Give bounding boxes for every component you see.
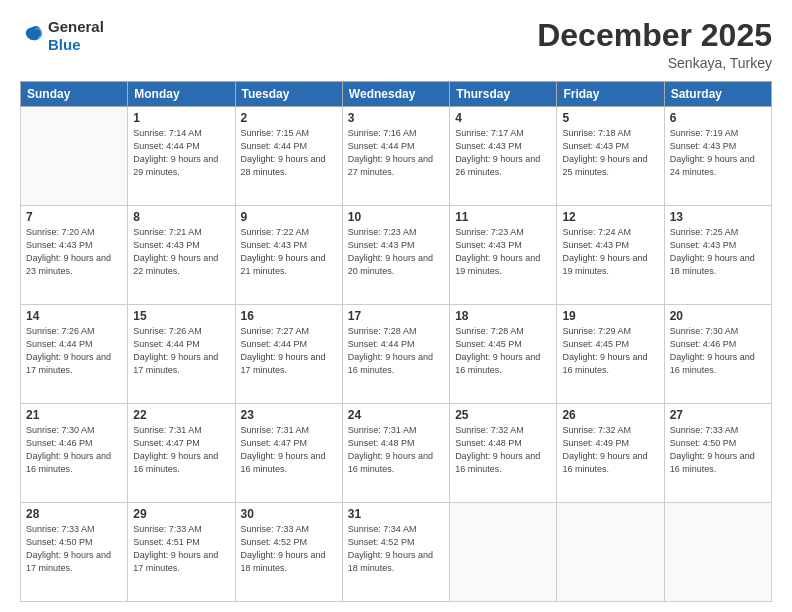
calendar-day-cell: 20Sunrise: 7:30 AMSunset: 4:46 PMDayligh… bbox=[664, 305, 771, 404]
calendar-week-row: 14Sunrise: 7:26 AMSunset: 4:44 PMDayligh… bbox=[21, 305, 772, 404]
calendar-day-cell: 23Sunrise: 7:31 AMSunset: 4:47 PMDayligh… bbox=[235, 404, 342, 503]
day-info: Sunrise: 7:31 AMSunset: 4:48 PMDaylight:… bbox=[348, 424, 444, 476]
day-number: 1 bbox=[133, 111, 229, 125]
day-info: Sunrise: 7:25 AMSunset: 4:43 PMDaylight:… bbox=[670, 226, 766, 278]
day-number: 6 bbox=[670, 111, 766, 125]
day-info: Sunrise: 7:33 AMSunset: 4:51 PMDaylight:… bbox=[133, 523, 229, 575]
day-number: 9 bbox=[241, 210, 337, 224]
calendar-day-cell: 2Sunrise: 7:15 AMSunset: 4:44 PMDaylight… bbox=[235, 107, 342, 206]
day-info: Sunrise: 7:18 AMSunset: 4:43 PMDaylight:… bbox=[562, 127, 658, 179]
calendar-day-cell bbox=[664, 503, 771, 602]
day-info: Sunrise: 7:26 AMSunset: 4:44 PMDaylight:… bbox=[133, 325, 229, 377]
day-number: 28 bbox=[26, 507, 122, 521]
day-info: Sunrise: 7:24 AMSunset: 4:43 PMDaylight:… bbox=[562, 226, 658, 278]
day-info: Sunrise: 7:29 AMSunset: 4:45 PMDaylight:… bbox=[562, 325, 658, 377]
day-number: 24 bbox=[348, 408, 444, 422]
day-info: Sunrise: 7:26 AMSunset: 4:44 PMDaylight:… bbox=[26, 325, 122, 377]
day-info: Sunrise: 7:31 AMSunset: 4:47 PMDaylight:… bbox=[241, 424, 337, 476]
day-number: 18 bbox=[455, 309, 551, 323]
page: General Blue December 2025 Senkaya, Turk… bbox=[0, 0, 792, 612]
day-info: Sunrise: 7:16 AMSunset: 4:44 PMDaylight:… bbox=[348, 127, 444, 179]
calendar-day-cell bbox=[557, 503, 664, 602]
day-number: 13 bbox=[670, 210, 766, 224]
day-info: Sunrise: 7:19 AMSunset: 4:43 PMDaylight:… bbox=[670, 127, 766, 179]
day-number: 17 bbox=[348, 309, 444, 323]
calendar: SundayMondayTuesdayWednesdayThursdayFrid… bbox=[20, 81, 772, 602]
weekday-header: Saturday bbox=[664, 82, 771, 107]
logo-text-blue: Blue bbox=[48, 36, 81, 53]
day-number: 23 bbox=[241, 408, 337, 422]
day-number: 12 bbox=[562, 210, 658, 224]
day-info: Sunrise: 7:28 AMSunset: 4:45 PMDaylight:… bbox=[455, 325, 551, 377]
calendar-week-row: 21Sunrise: 7:30 AMSunset: 4:46 PMDayligh… bbox=[21, 404, 772, 503]
day-info: Sunrise: 7:27 AMSunset: 4:44 PMDaylight:… bbox=[241, 325, 337, 377]
weekday-header: Thursday bbox=[450, 82, 557, 107]
day-number: 14 bbox=[26, 309, 122, 323]
title-block: December 2025 Senkaya, Turkey bbox=[537, 18, 772, 71]
calendar-day-cell: 5Sunrise: 7:18 AMSunset: 4:43 PMDaylight… bbox=[557, 107, 664, 206]
calendar-day-cell: 25Sunrise: 7:32 AMSunset: 4:48 PMDayligh… bbox=[450, 404, 557, 503]
calendar-day-cell: 31Sunrise: 7:34 AMSunset: 4:52 PMDayligh… bbox=[342, 503, 449, 602]
day-number: 25 bbox=[455, 408, 551, 422]
calendar-day-cell bbox=[21, 107, 128, 206]
calendar-day-cell: 4Sunrise: 7:17 AMSunset: 4:43 PMDaylight… bbox=[450, 107, 557, 206]
calendar-day-cell: 7Sunrise: 7:20 AMSunset: 4:43 PMDaylight… bbox=[21, 206, 128, 305]
day-number: 22 bbox=[133, 408, 229, 422]
weekday-header: Tuesday bbox=[235, 82, 342, 107]
weekday-header: Sunday bbox=[21, 82, 128, 107]
day-number: 30 bbox=[241, 507, 337, 521]
subtitle: Senkaya, Turkey bbox=[537, 55, 772, 71]
day-info: Sunrise: 7:30 AMSunset: 4:46 PMDaylight:… bbox=[26, 424, 122, 476]
day-info: Sunrise: 7:28 AMSunset: 4:44 PMDaylight:… bbox=[348, 325, 444, 377]
calendar-day-cell: 26Sunrise: 7:32 AMSunset: 4:49 PMDayligh… bbox=[557, 404, 664, 503]
calendar-day-cell: 28Sunrise: 7:33 AMSunset: 4:50 PMDayligh… bbox=[21, 503, 128, 602]
calendar-day-cell bbox=[450, 503, 557, 602]
calendar-day-cell: 29Sunrise: 7:33 AMSunset: 4:51 PMDayligh… bbox=[128, 503, 235, 602]
day-info: Sunrise: 7:33 AMSunset: 4:50 PMDaylight:… bbox=[670, 424, 766, 476]
day-number: 27 bbox=[670, 408, 766, 422]
calendar-day-cell: 15Sunrise: 7:26 AMSunset: 4:44 PMDayligh… bbox=[128, 305, 235, 404]
day-number: 19 bbox=[562, 309, 658, 323]
logo-text-general: General bbox=[48, 18, 104, 35]
calendar-day-cell: 11Sunrise: 7:23 AMSunset: 4:43 PMDayligh… bbox=[450, 206, 557, 305]
calendar-day-cell: 27Sunrise: 7:33 AMSunset: 4:50 PMDayligh… bbox=[664, 404, 771, 503]
calendar-day-cell: 3Sunrise: 7:16 AMSunset: 4:44 PMDaylight… bbox=[342, 107, 449, 206]
day-info: Sunrise: 7:17 AMSunset: 4:43 PMDaylight:… bbox=[455, 127, 551, 179]
day-info: Sunrise: 7:34 AMSunset: 4:52 PMDaylight:… bbox=[348, 523, 444, 575]
day-info: Sunrise: 7:32 AMSunset: 4:48 PMDaylight:… bbox=[455, 424, 551, 476]
logo-icon bbox=[22, 23, 44, 45]
calendar-day-cell: 22Sunrise: 7:31 AMSunset: 4:47 PMDayligh… bbox=[128, 404, 235, 503]
day-info: Sunrise: 7:20 AMSunset: 4:43 PMDaylight:… bbox=[26, 226, 122, 278]
calendar-day-cell: 30Sunrise: 7:33 AMSunset: 4:52 PMDayligh… bbox=[235, 503, 342, 602]
day-info: Sunrise: 7:33 AMSunset: 4:52 PMDaylight:… bbox=[241, 523, 337, 575]
calendar-day-cell: 13Sunrise: 7:25 AMSunset: 4:43 PMDayligh… bbox=[664, 206, 771, 305]
weekday-header: Wednesday bbox=[342, 82, 449, 107]
header: General Blue December 2025 Senkaya, Turk… bbox=[20, 18, 772, 71]
weekday-header: Monday bbox=[128, 82, 235, 107]
day-info: Sunrise: 7:14 AMSunset: 4:44 PMDaylight:… bbox=[133, 127, 229, 179]
calendar-day-cell: 9Sunrise: 7:22 AMSunset: 4:43 PMDaylight… bbox=[235, 206, 342, 305]
calendar-week-row: 7Sunrise: 7:20 AMSunset: 4:43 PMDaylight… bbox=[21, 206, 772, 305]
day-number: 15 bbox=[133, 309, 229, 323]
weekday-header: Friday bbox=[557, 82, 664, 107]
calendar-day-cell: 8Sunrise: 7:21 AMSunset: 4:43 PMDaylight… bbox=[128, 206, 235, 305]
calendar-day-cell: 17Sunrise: 7:28 AMSunset: 4:44 PMDayligh… bbox=[342, 305, 449, 404]
calendar-day-cell: 21Sunrise: 7:30 AMSunset: 4:46 PMDayligh… bbox=[21, 404, 128, 503]
day-number: 20 bbox=[670, 309, 766, 323]
day-info: Sunrise: 7:21 AMSunset: 4:43 PMDaylight:… bbox=[133, 226, 229, 278]
calendar-day-cell: 24Sunrise: 7:31 AMSunset: 4:48 PMDayligh… bbox=[342, 404, 449, 503]
calendar-week-row: 1Sunrise: 7:14 AMSunset: 4:44 PMDaylight… bbox=[21, 107, 772, 206]
day-number: 16 bbox=[241, 309, 337, 323]
day-number: 10 bbox=[348, 210, 444, 224]
calendar-day-cell: 10Sunrise: 7:23 AMSunset: 4:43 PMDayligh… bbox=[342, 206, 449, 305]
calendar-week-row: 28Sunrise: 7:33 AMSunset: 4:50 PMDayligh… bbox=[21, 503, 772, 602]
day-number: 4 bbox=[455, 111, 551, 125]
day-info: Sunrise: 7:22 AMSunset: 4:43 PMDaylight:… bbox=[241, 226, 337, 278]
day-number: 31 bbox=[348, 507, 444, 521]
calendar-header-row: SundayMondayTuesdayWednesdayThursdayFrid… bbox=[21, 82, 772, 107]
day-number: 21 bbox=[26, 408, 122, 422]
day-info: Sunrise: 7:31 AMSunset: 4:47 PMDaylight:… bbox=[133, 424, 229, 476]
day-info: Sunrise: 7:30 AMSunset: 4:46 PMDaylight:… bbox=[670, 325, 766, 377]
month-title: December 2025 bbox=[537, 18, 772, 53]
calendar-day-cell: 14Sunrise: 7:26 AMSunset: 4:44 PMDayligh… bbox=[21, 305, 128, 404]
